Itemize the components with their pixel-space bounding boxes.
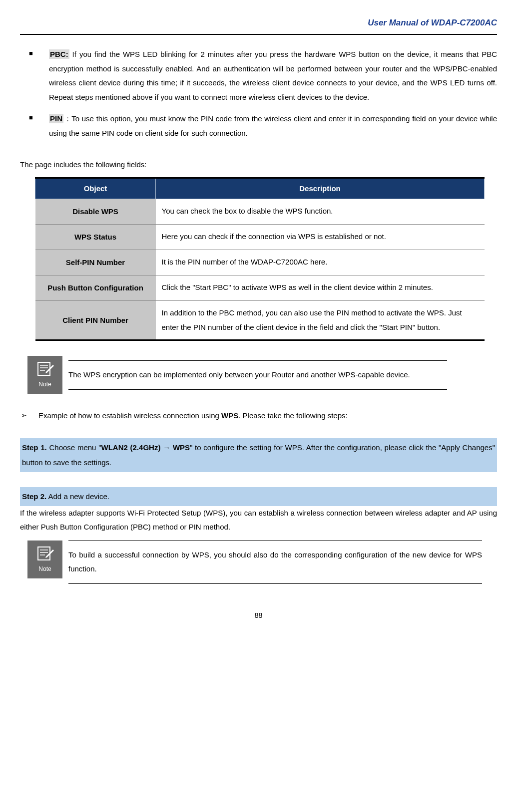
cell-object: Push Button Configuration <box>35 275 156 301</box>
pin-sep: ： <box>63 114 71 123</box>
pbc-text: If you find the WPS LED blinking for 2 m… <box>49 50 497 101</box>
table-row: WPS Status Here you can check if the con… <box>35 225 485 250</box>
svg-rect-0 <box>38 362 50 375</box>
note-icon: Note <box>27 356 62 394</box>
svg-rect-5 <box>38 547 50 560</box>
example-prefix: Example of how to establish wireless con… <box>38 411 221 420</box>
bullet-pin: ■ PIN：To use this option, you must know … <box>20 112 497 140</box>
step-2-num: Step 2. <box>22 492 46 501</box>
page-number: 88 <box>20 609 497 622</box>
bullet-pin-content: PIN：To use this option, you must know th… <box>49 112 497 140</box>
table-intro: The page includes the following fields: <box>20 158 497 172</box>
arrow-right-icon: → <box>163 443 170 452</box>
bullet-pbc-content: PBC: If you find the WPS LED blinking fo… <box>49 47 497 104</box>
bullet-marker-icon: ■ <box>20 112 49 140</box>
note-text: The WPS encryption can be implemented on… <box>68 360 447 390</box>
cell-desc: Here you can check if the connection via… <box>156 225 485 250</box>
notepad-icon <box>35 359 55 377</box>
note-icon: Note <box>27 541 62 578</box>
example-line: ➢ Example of how to establish wireless c… <box>20 409 497 423</box>
bullet-pbc: ■ PBC: If you find the WPS LED blinking … <box>20 47 497 104</box>
note-label: Note <box>38 563 51 575</box>
table-row: Push Button Configuration Click the "Sta… <box>35 275 485 301</box>
step-1-block: Step 1. Choose menu "WLAN2 (2.4GHz) → WP… <box>20 438 497 472</box>
note-label: Note <box>38 379 51 390</box>
table-header-row: Object Description <box>35 178 485 199</box>
note-text: To build a successful connection by WPS,… <box>68 541 482 584</box>
step-1-b2: WPS <box>170 443 190 452</box>
table-row: Disable WPS You can check the box to dis… <box>35 199 485 225</box>
cell-object: Client PIN Number <box>35 301 156 340</box>
cell-desc: Click the "Start PBC" to activate WPS as… <box>156 275 485 301</box>
fields-table: Object Description Disable WPS You can c… <box>35 177 485 341</box>
pin-label: PIN <box>49 114 63 123</box>
cell-desc: You can check the box to disable the WPS… <box>156 199 485 225</box>
chevron-right-icon: ➢ <box>20 409 38 423</box>
step-2-block: Step 2. Add a new device. <box>20 487 497 506</box>
step-1-num: Step 1. <box>22 443 47 452</box>
note-text-wrap: To build a successful connection by WPS,… <box>68 541 482 584</box>
notepad-icon <box>35 544 55 562</box>
note-block-1: Note The WPS encryption can be implement… <box>27 356 447 394</box>
pin-text: To use this option, you must know the PI… <box>49 114 497 137</box>
note-block-2: Note To build a successful connection by… <box>27 541 482 584</box>
example-bold: WPS <box>221 411 238 420</box>
example-text: Example of how to establish wireless con… <box>38 409 348 423</box>
header-divider <box>20 34 497 35</box>
cell-object: Disable WPS <box>35 199 156 225</box>
step-2-t1: Add a new device. <box>46 492 109 501</box>
cell-object: WPS Status <box>35 225 156 250</box>
note-text-wrap: The WPS encryption can be implemented on… <box>68 356 447 394</box>
step-1-t1: Choose menu " <box>47 443 101 452</box>
th-description: Description <box>156 178 485 199</box>
table-row: Self-PIN Number It is the PIN number of … <box>35 250 485 275</box>
pbc-label: PBC: <box>49 49 69 59</box>
th-object: Object <box>35 178 156 199</box>
header-title: User Manual of WDAP-C7200AC <box>20 15 497 31</box>
cell-desc: In addition to the PBC method, you can a… <box>156 301 485 340</box>
table-row: Client PIN Number In addition to the PBC… <box>35 301 485 340</box>
step-1-b1: WLAN2 (2.4GHz) <box>101 443 163 452</box>
bullet-marker-icon: ■ <box>20 47 49 104</box>
cell-desc: It is the PIN number of the WDAP-C7200AC… <box>156 250 485 275</box>
cell-object: Self-PIN Number <box>35 250 156 275</box>
example-suffix: . Please take the following steps: <box>238 411 347 420</box>
step-2-paragraph: If the wireless adapter supports Wi-Fi P… <box>20 506 497 535</box>
